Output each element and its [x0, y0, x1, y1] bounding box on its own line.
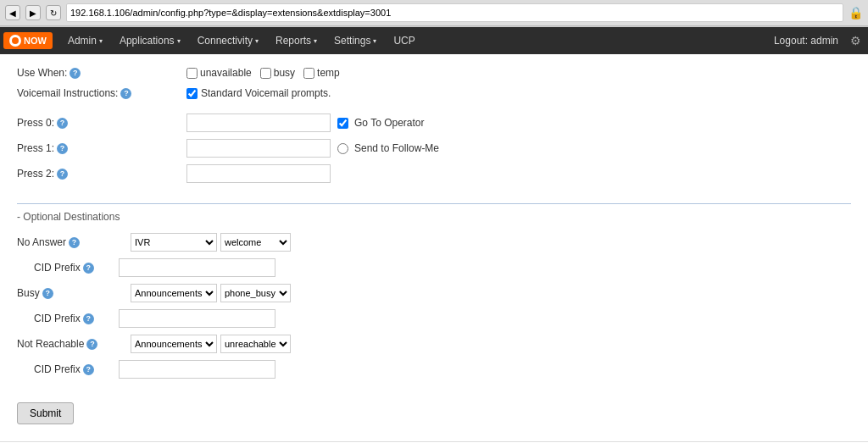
submit-button[interactable]: Submit: [17, 402, 74, 424]
cid-prefix-not-reachable-row: CID Prefix ?: [17, 357, 851, 382]
temp-label[interactable]: temp: [303, 67, 340, 79]
busy-checkbox[interactable]: [260, 68, 271, 79]
connectivity-arrow: ▾: [255, 37, 259, 45]
forward-button[interactable]: ▶: [25, 5, 41, 20]
no-answer-help-icon[interactable]: ?: [69, 237, 80, 248]
no-answer-select1[interactable]: IVR Announcements Voicemail: [131, 233, 217, 252]
unavailable-checkbox[interactable]: [186, 68, 198, 79]
cid-prefix-no-answer-row: CID Prefix ?: [17, 255, 851, 280]
busy-select1[interactable]: Announcements IVR Voicemail: [131, 284, 217, 302]
press2-input[interactable]: [186, 164, 331, 183]
not-reachable-label: Not Reachable ?: [17, 338, 127, 350]
not-reachable-row: Not Reachable ? Announcements IVR Voicem…: [17, 331, 851, 357]
busy-label[interactable]: busy: [260, 67, 295, 79]
logo-icon: [9, 35, 21, 47]
nav-reports[interactable]: Reports ▾: [267, 30, 326, 52]
press0-row: Press 0: ? Go To Operator: [17, 110, 851, 136]
busy-dest-label: Busy ?: [17, 287, 127, 299]
cid-prefix-busy-label: CID Prefix ?: [34, 313, 119, 324]
press1-help-icon[interactable]: ?: [57, 143, 68, 154]
settings-arrow: ▾: [373, 37, 376, 45]
not-reachable-select1[interactable]: Announcements IVR Voicemail: [131, 335, 217, 353]
press0-label: Press 0: ?: [17, 117, 186, 129]
browser-chrome: ◀ ▶ ↻ 🔒: [0, 0, 868, 27]
no-answer-select2[interactable]: welcome phone_busy unreachable: [220, 233, 291, 252]
press2-help-icon[interactable]: ?: [57, 169, 68, 180]
press1-label: Press 1: ?: [17, 142, 186, 154]
cid-prefix-busy-row: CID Prefix ?: [17, 306, 851, 331]
cid-prefix-no-answer-label: CID Prefix ?: [34, 262, 119, 274]
settings-gear-icon[interactable]: ⚙: [847, 30, 865, 51]
applications-arrow: ▾: [177, 37, 181, 45]
section-divider: [17, 203, 851, 204]
cid-prefix-busy-help-icon[interactable]: ?: [83, 313, 94, 324]
browser-toolbar: ◀ ▶ ↻ 🔒: [0, 0, 868, 26]
logout-button[interactable]: Logout: admin: [765, 30, 847, 52]
nav-applications[interactable]: Applications ▾: [111, 30, 189, 52]
busy-dest-row: Busy ? Announcements IVR Voicemail phone…: [17, 280, 851, 306]
press1-input[interactable]: [186, 139, 331, 158]
not-reachable-select2[interactable]: unreachable welcome phone_busy: [220, 335, 291, 353]
back-button[interactable]: ◀: [5, 5, 20, 20]
security-icon: 🔒: [849, 6, 863, 19]
voicemail-instructions-label: Voicemail Instructions: ?: [17, 87, 186, 99]
cid-prefix-busy-input[interactable]: [119, 309, 275, 328]
press0-help-icon[interactable]: ?: [57, 118, 68, 129]
temp-checkbox[interactable]: [303, 68, 314, 79]
send-to-followme-label[interactable]: Send to Follow-Me: [337, 142, 439, 154]
address-bar[interactable]: [66, 3, 843, 22]
voicemail-help-icon[interactable]: ?: [120, 88, 131, 99]
use-when-label: Use When: ?: [17, 67, 186, 79]
cid-prefix-not-reachable-help-icon[interactable]: ?: [83, 364, 94, 375]
use-when-help-icon[interactable]: ?: [70, 68, 81, 79]
cid-prefix-not-reachable-label: CID Prefix ?: [34, 363, 119, 375]
refresh-button[interactable]: ↻: [46, 5, 61, 20]
reports-arrow: ▾: [314, 37, 317, 45]
svg-point-0: [12, 37, 19, 44]
standard-voicemail-checkbox[interactable]: [186, 88, 198, 99]
press2-label: Press 2: ?: [17, 168, 186, 180]
nav-bar: NOW Admin ▾ Applications ▾ Connectivity …: [0, 27, 868, 54]
logo[interactable]: NOW: [3, 32, 53, 49]
go-to-operator-checkbox[interactable]: [337, 118, 348, 129]
busy-dest-help-icon[interactable]: ?: [42, 288, 53, 299]
go-to-operator-label[interactable]: Go To Operator: [337, 117, 425, 129]
optional-destinations-title: - Optional Destinations: [17, 211, 851, 223]
voicemail-instructions-row: Voicemail Instructions: ? Standard Voice…: [17, 83, 851, 103]
use-when-row: Use When: ? unavailable busy temp: [17, 63, 851, 83]
nav-connectivity[interactable]: Connectivity ▾: [189, 30, 267, 52]
no-answer-row: No Answer ? IVR Announcements Voicemail …: [17, 230, 851, 255]
press0-input[interactable]: [186, 114, 331, 132]
cid-prefix-no-answer-input[interactable]: [119, 258, 275, 277]
admin-arrow: ▾: [99, 37, 103, 45]
main-content: Use When: ? unavailable busy temp Voicem…: [0, 54, 868, 441]
nav-ucp[interactable]: UCP: [385, 30, 423, 52]
use-when-options: unavailable busy temp: [186, 67, 340, 79]
busy-select2[interactable]: phone_busy welcome unreachable: [220, 284, 291, 302]
press1-row: Press 1: ? Send to Follow-Me: [17, 136, 851, 161]
press2-row: Press 2: ?: [17, 161, 851, 186]
standard-voicemail-label[interactable]: Standard Voicemail prompts.: [186, 87, 331, 99]
no-answer-label: No Answer ?: [17, 236, 127, 248]
not-reachable-help-icon[interactable]: ?: [86, 339, 97, 350]
send-to-followme-radio[interactable]: [337, 143, 348, 154]
cid-prefix-no-answer-help-icon[interactable]: ?: [83, 263, 94, 274]
nav-admin[interactable]: Admin ▾: [59, 30, 111, 52]
unavailable-label[interactable]: unavailable: [186, 67, 252, 79]
nav-settings[interactable]: Settings ▾: [326, 30, 385, 52]
cid-prefix-not-reachable-input[interactable]: [119, 360, 275, 379]
